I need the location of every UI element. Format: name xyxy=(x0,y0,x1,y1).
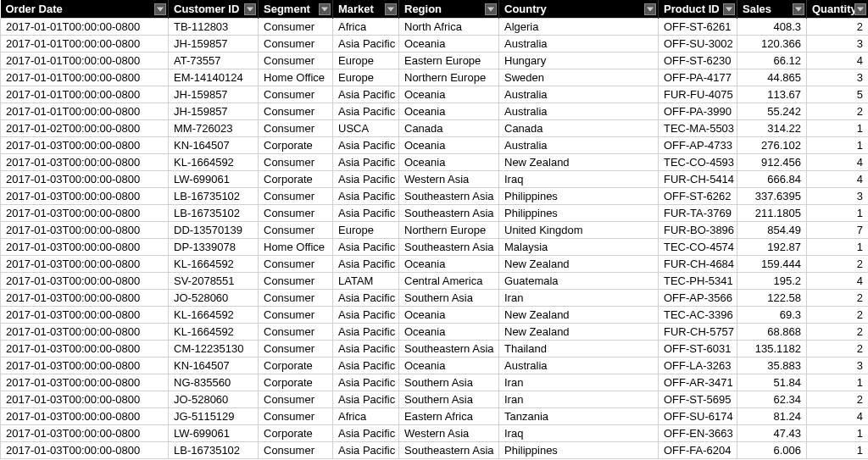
cell-customerid[interactable]: CM-12235130 xyxy=(169,341,259,357)
cell-region[interactable]: Southeastern Asia xyxy=(399,341,499,357)
cell-quantity[interactable]: 4 xyxy=(807,171,869,188)
cell-quantity[interactable]: 2 xyxy=(807,341,869,357)
table-row[interactable]: 2017-01-03T00:00:00-0800NG-835560Corpora… xyxy=(1,374,869,391)
table-row[interactable]: 2017-01-03T00:00:00-0800DP-1339078Home O… xyxy=(1,239,869,256)
cell-productid[interactable]: OFF-LA-3263 xyxy=(659,357,737,374)
cell-sales[interactable]: 66.12 xyxy=(737,53,807,69)
cell-country[interactable]: Iran xyxy=(499,391,659,408)
cell-market[interactable]: Europe xyxy=(333,53,399,69)
cell-sales[interactable]: 51.84 xyxy=(737,374,807,391)
cell-region[interactable]: Southern Asia xyxy=(399,391,499,408)
cell-quantity[interactable]: 5 xyxy=(807,86,869,103)
cell-sales[interactable]: 854.49 xyxy=(737,222,807,239)
table-row[interactable]: 2017-01-03T00:00:00-0800KL-1664592Consum… xyxy=(1,324,869,341)
cell-productid[interactable]: OFF-ST-6031 xyxy=(659,341,737,357)
cell-sales[interactable]: 35.883 xyxy=(737,357,807,374)
cell-region[interactable]: Oceania xyxy=(399,324,499,341)
cell-market[interactable]: Europe xyxy=(333,69,399,86)
cell-customerid[interactable]: NG-835560 xyxy=(169,374,259,391)
table-row[interactable]: 2017-01-03T00:00:00-0800DD-13570139Consu… xyxy=(1,222,869,239)
cell-sales[interactable]: 314.22 xyxy=(737,120,807,137)
cell-productid[interactable]: TEC-CO-4593 xyxy=(659,154,737,171)
cell-productid[interactable]: OFF-PA-4177 xyxy=(659,69,737,86)
cell-productid[interactable]: OFF-SU-3002 xyxy=(659,36,737,53)
cell-sales[interactable]: 192.87 xyxy=(737,239,807,256)
cell-orderdate[interactable]: 2017-01-03T00:00:00-0800 xyxy=(1,341,169,357)
cell-quantity[interactable]: 3 xyxy=(807,357,869,374)
cell-region[interactable]: Oceania xyxy=(399,137,499,154)
cell-quantity[interactable]: 1 xyxy=(807,120,869,137)
cell-segment[interactable]: Consumer xyxy=(259,256,333,273)
table-row[interactable]: 2017-01-01T00:00:00-0800JH-159857Consume… xyxy=(1,36,869,53)
cell-country[interactable]: United Kingdom xyxy=(499,222,659,239)
cell-segment[interactable]: Home Office xyxy=(259,69,333,86)
cell-segment[interactable]: Consumer xyxy=(259,442,333,459)
table-row[interactable]: 2017-01-01T00:00:00-0800JH-159857Consume… xyxy=(1,103,869,120)
cell-productid[interactable]: TEC-PH-5341 xyxy=(659,273,737,290)
table-row[interactable]: 2017-01-03T00:00:00-0800JO-528060Consume… xyxy=(1,391,869,408)
cell-quantity[interactable]: 4 xyxy=(807,154,869,171)
header-market[interactable]: Market xyxy=(333,0,399,19)
cell-market[interactable]: Asia Pacific xyxy=(333,36,399,53)
cell-segment[interactable]: Corporate xyxy=(259,357,333,374)
cell-country[interactable]: Algeria xyxy=(499,19,659,36)
cell-customerid[interactable]: JH-159857 xyxy=(169,103,259,120)
cell-orderdate[interactable]: 2017-01-03T00:00:00-0800 xyxy=(1,374,169,391)
cell-orderdate[interactable]: 2017-01-03T00:00:00-0800 xyxy=(1,391,169,408)
cell-quantity[interactable]: 4 xyxy=(807,53,869,69)
cell-orderdate[interactable]: 2017-01-03T00:00:00-0800 xyxy=(1,205,169,222)
cell-sales[interactable]: 276.102 xyxy=(737,137,807,154)
cell-market[interactable]: Asia Pacific xyxy=(333,374,399,391)
cell-customerid[interactable]: TB-112803 xyxy=(169,19,259,36)
cell-orderdate[interactable]: 2017-01-01T00:00:00-0800 xyxy=(1,69,169,86)
cell-country[interactable]: Sweden xyxy=(499,69,659,86)
cell-segment[interactable]: Consumer xyxy=(259,307,333,324)
cell-sales[interactable]: 69.3 xyxy=(737,307,807,324)
cell-customerid[interactable]: SV-2078551 xyxy=(169,273,259,290)
cell-country[interactable]: Australia xyxy=(499,36,659,53)
cell-segment[interactable]: Consumer xyxy=(259,19,333,36)
cell-quantity[interactable]: 2 xyxy=(807,19,869,36)
cell-orderdate[interactable]: 2017-01-03T00:00:00-0800 xyxy=(1,425,169,442)
cell-quantity[interactable]: 2 xyxy=(807,290,869,307)
cell-orderdate[interactable]: 2017-01-01T00:00:00-0800 xyxy=(1,86,169,103)
table-row[interactable]: 2017-01-03T00:00:00-0800KL-1664592Consum… xyxy=(1,154,869,171)
cell-sales[interactable]: 68.868 xyxy=(737,324,807,341)
cell-segment[interactable]: Home Office xyxy=(259,239,333,256)
cell-sales[interactable]: 337.6395 xyxy=(737,188,807,205)
cell-country[interactable]: Australia xyxy=(499,357,659,374)
cell-orderdate[interactable]: 2017-01-03T00:00:00-0800 xyxy=(1,408,169,425)
cell-segment[interactable]: Consumer xyxy=(259,36,333,53)
cell-region[interactable]: Oceania xyxy=(399,86,499,103)
cell-region[interactable]: Oceania xyxy=(399,307,499,324)
cell-market[interactable]: Asia Pacific xyxy=(333,103,399,120)
cell-customerid[interactable]: DD-13570139 xyxy=(169,222,259,239)
cell-quantity[interactable]: 3 xyxy=(807,36,869,53)
cell-segment[interactable]: Corporate xyxy=(259,171,333,188)
cell-segment[interactable]: Consumer xyxy=(259,120,333,137)
header-segment[interactable]: Segment xyxy=(259,0,333,19)
cell-quantity[interactable]: 1 xyxy=(807,442,869,459)
cell-productid[interactable]: FUR-FU-4075 xyxy=(659,86,737,103)
filter-dropdown-icon[interactable] xyxy=(385,3,397,15)
table-row[interactable]: 2017-01-03T00:00:00-0800SV-2078551Consum… xyxy=(1,273,869,290)
table-row[interactable]: 2017-01-01T00:00:00-0800TB-112803Consume… xyxy=(1,19,869,36)
cell-region[interactable]: Canada xyxy=(399,120,499,137)
cell-country[interactable]: Philippines xyxy=(499,205,659,222)
cell-market[interactable]: Asia Pacific xyxy=(333,442,399,459)
cell-customerid[interactable]: KL-1664592 xyxy=(169,324,259,341)
cell-customerid[interactable]: LW-699061 xyxy=(169,171,259,188)
cell-segment[interactable]: Consumer xyxy=(259,290,333,307)
table-row[interactable]: 2017-01-03T00:00:00-0800LW-699061Corpora… xyxy=(1,425,869,442)
cell-quantity[interactable]: 1 xyxy=(807,425,869,442)
cell-customerid[interactable]: LB-16735102 xyxy=(169,205,259,222)
table-row[interactable]: 2017-01-03T00:00:00-0800JG-5115129Consum… xyxy=(1,408,869,425)
cell-segment[interactable]: Consumer xyxy=(259,222,333,239)
cell-market[interactable]: Europe xyxy=(333,222,399,239)
cell-productid[interactable]: OFF-SU-6174 xyxy=(659,408,737,425)
cell-sales[interactable]: 912.456 xyxy=(737,154,807,171)
cell-sales[interactable]: 195.2 xyxy=(737,273,807,290)
cell-market[interactable]: Asia Pacific xyxy=(333,137,399,154)
cell-customerid[interactable]: AT-73557 xyxy=(169,53,259,69)
cell-orderdate[interactable]: 2017-01-01T00:00:00-0800 xyxy=(1,103,169,120)
